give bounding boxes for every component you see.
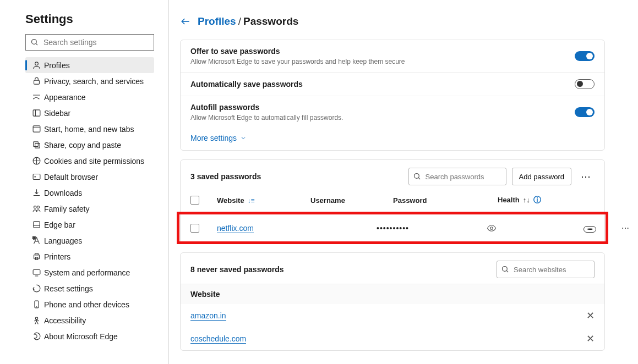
site-link[interactable]: amazon.in bbox=[190, 311, 226, 321]
svg-point-12 bbox=[35, 177, 35, 177]
sidebar-item-sidebar[interactable]: Sidebar bbox=[25, 105, 154, 121]
info-icon[interactable]: ⓘ bbox=[533, 195, 541, 204]
svg-rect-8 bbox=[34, 142, 39, 147]
nav-icon bbox=[32, 124, 44, 134]
sidebar-item-label: Edge bar bbox=[44, 220, 75, 229]
nav-icon: 字 bbox=[32, 236, 44, 245]
never-saved-col-website: Website bbox=[181, 284, 604, 304]
nav-icon bbox=[32, 204, 44, 213]
autofill-desc: Allow Microsoft Edge to automatically fi… bbox=[190, 114, 343, 122]
sidebar-item-cookies-and-site-permissions[interactable]: Cookies and site permissions bbox=[25, 153, 154, 169]
never-saved-search-box bbox=[497, 261, 595, 278]
nav-icon bbox=[32, 300, 44, 309]
add-password-button[interactable]: Add password bbox=[512, 168, 571, 185]
breadcrumb-parent[interactable]: Profiles bbox=[198, 15, 236, 27]
col-username[interactable]: Username bbox=[310, 196, 393, 205]
nav-icon bbox=[32, 108, 44, 118]
offer-save-desc: Allow Microsoft Edge to save your passwo… bbox=[190, 58, 405, 65]
sidebar-item-appearance[interactable]: Appearance bbox=[25, 89, 154, 105]
remove-never-saved-button[interactable]: ✕ bbox=[586, 310, 595, 322]
sidebar-item-reset-settings[interactable]: Reset settings bbox=[25, 280, 154, 296]
nav-icon bbox=[32, 284, 44, 293]
sidebar-item-about-microsoft-edge[interactable]: About Microsoft Edge bbox=[25, 328, 154, 344]
svg-point-29 bbox=[490, 227, 493, 230]
sidebar-item-family-safety[interactable]: Family safety bbox=[25, 201, 154, 217]
sidebar-item-accessibility[interactable]: Accessibility bbox=[25, 312, 154, 328]
settings-title: Settings bbox=[25, 12, 154, 26]
remove-never-saved-button[interactable]: ✕ bbox=[586, 333, 595, 345]
sidebar-item-label: System and performance bbox=[44, 268, 130, 277]
nav-icon bbox=[32, 92, 44, 102]
more-settings-link[interactable]: More settings bbox=[181, 128, 604, 150]
passwords-search-box bbox=[408, 168, 506, 185]
svg-line-1 bbox=[36, 43, 37, 45]
sidebar-item-label: Phone and other devices bbox=[44, 300, 129, 309]
back-icon[interactable] bbox=[180, 16, 191, 27]
password-masked: •••••••••• bbox=[377, 224, 409, 233]
sidebar-item-languages[interactable]: 字Languages bbox=[25, 233, 154, 249]
nav-icon bbox=[32, 60, 44, 70]
sidebar-item-label: Profiles bbox=[44, 61, 70, 70]
reveal-password-icon[interactable] bbox=[487, 223, 572, 233]
search-settings-input[interactable] bbox=[25, 34, 154, 51]
sidebar-item-start-home-and-new-tabs[interactable]: Start, home, and new tabs bbox=[25, 121, 154, 137]
sidebar-item-label: Share, copy and paste bbox=[44, 141, 121, 150]
svg-point-27 bbox=[414, 174, 419, 179]
sidebar-item-edge-bar[interactable]: Edge bar bbox=[25, 217, 154, 233]
nav-icon bbox=[32, 220, 44, 229]
sidebar-item-downloads[interactable]: Downloads bbox=[25, 185, 154, 201]
svg-text:字: 字 bbox=[32, 236, 36, 240]
search-settings-box bbox=[25, 34, 154, 51]
never-saved-card: 8 never saved passwords Website amazon.i… bbox=[180, 252, 605, 351]
never-saved-search-input[interactable] bbox=[497, 261, 595, 278]
password-settings-card: Offer to save passwords Allow Microsoft … bbox=[180, 40, 605, 151]
breadcrumb-row: Profiles/Passwords bbox=[180, 15, 605, 27]
health-indicator: •••• bbox=[584, 226, 596, 233]
sidebar-item-system-and-performance[interactable]: System and performance bbox=[25, 264, 154, 280]
svg-rect-3 bbox=[34, 80, 40, 84]
sidebar-item-label: Reset settings bbox=[44, 284, 93, 293]
never-saved-row: coschedule.com ✕ bbox=[181, 327, 604, 350]
passwords-columns: Website↓≡ Username Password Health↑↓ⓘ bbox=[181, 190, 604, 213]
autofill-toggle[interactable] bbox=[575, 107, 595, 117]
sidebar-item-label: Start, home, and new tabs bbox=[44, 125, 134, 134]
svg-rect-6 bbox=[33, 126, 40, 132]
saved-passwords-card: 3 saved passwords Add password ⋯ Website… bbox=[180, 159, 605, 244]
sidebar-item-share-copy-and-paste[interactable]: Share, copy and paste bbox=[25, 137, 154, 153]
nav-icon bbox=[32, 252, 44, 261]
row-more-button[interactable]: ⋯ bbox=[621, 224, 629, 233]
svg-point-13 bbox=[34, 206, 36, 208]
sidebar-item-profiles[interactable]: Profiles bbox=[25, 57, 154, 73]
sidebar-item-label: Downloads bbox=[44, 189, 82, 197]
sidebar-item-label: Appearance bbox=[44, 93, 86, 102]
sidebar-item-printers[interactable]: Printers bbox=[25, 249, 154, 264]
row-checkbox[interactable] bbox=[190, 224, 199, 233]
site-link[interactable]: coschedule.com bbox=[190, 334, 246, 344]
select-all-checkbox[interactable] bbox=[190, 196, 199, 205]
never-saved-count: 8 never saved passwords bbox=[190, 265, 284, 274]
nav-icon bbox=[32, 172, 44, 181]
svg-rect-9 bbox=[35, 144, 40, 148]
sidebar-item-label: Family safety bbox=[44, 205, 89, 213]
passwords-more-button[interactable]: ⋯ bbox=[577, 170, 595, 183]
col-website[interactable]: Website↓≡ bbox=[217, 196, 310, 205]
nav-icon bbox=[32, 188, 44, 197]
col-health[interactable]: Health↑↓ⓘ bbox=[498, 195, 608, 205]
passwords-search-input[interactable] bbox=[408, 168, 506, 185]
col-password[interactable]: Password bbox=[393, 196, 498, 205]
breadcrumb-current: Passwords bbox=[243, 15, 298, 27]
auto-save-toggle[interactable] bbox=[575, 79, 595, 89]
search-icon bbox=[413, 172, 421, 180]
offer-save-toggle[interactable] bbox=[575, 51, 595, 61]
nav-icon bbox=[32, 76, 44, 86]
sidebar-item-label: About Microsoft Edge bbox=[44, 332, 118, 341]
sidebar-item-privacy-search-and-services[interactable]: Privacy, search, and services bbox=[25, 73, 154, 89]
password-row-netflix: netflix.com •••••••••• •••• ⋯ bbox=[178, 213, 607, 243]
sidebar-item-default-browser[interactable]: Default browser bbox=[25, 169, 154, 185]
search-icon bbox=[30, 38, 39, 46]
nav-icon bbox=[32, 140, 44, 150]
sidebar-item-label: Default browser bbox=[44, 173, 98, 181]
site-link[interactable]: netflix.com bbox=[217, 224, 254, 233]
sort-icon: ↓≡ bbox=[248, 197, 255, 205]
sidebar-item-phone-and-other-devices[interactable]: Phone and other devices bbox=[25, 296, 154, 312]
